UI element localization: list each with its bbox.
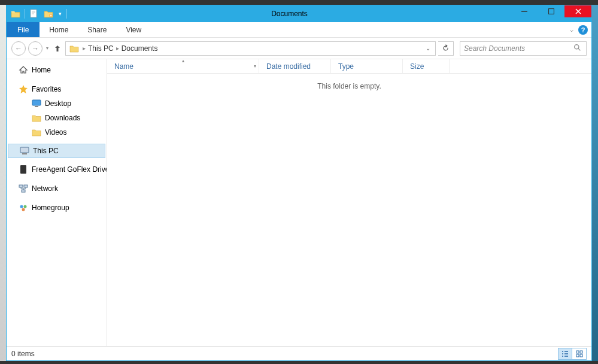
- tab-view[interactable]: View: [116, 22, 151, 37]
- nav-label: FreeAgent GoFlex Drive: [32, 165, 107, 174]
- window-controls: [511, 5, 591, 22]
- svg-rect-18: [580, 351, 582, 353]
- ribbon-tabs: File Home Share View ⌵ ?: [7, 22, 591, 38]
- search-box[interactable]: [460, 41, 587, 56]
- chevron-right-icon[interactable]: ▸: [81, 45, 87, 51]
- thumbnails-view-button[interactable]: [572, 348, 587, 360]
- address-bar[interactable]: ▸ This PC ▸ Documents ⌄: [65, 41, 436, 56]
- nav-label: Videos: [45, 128, 66, 136]
- home-icon: [19, 65, 28, 75]
- column-headers: Name ▴ ▾ Date modified Type Size: [107, 59, 591, 74]
- forward-button[interactable]: →: [28, 41, 43, 56]
- nav-label: Network: [32, 184, 58, 193]
- separator: [25, 9, 25, 19]
- svg-rect-6: [32, 100, 41, 105]
- nav-label: Downloads: [45, 114, 80, 122]
- nav-homegroup[interactable]: Homegroup: [7, 201, 107, 215]
- star-icon: [19, 84, 28, 94]
- svg-point-14: [20, 205, 23, 208]
- folder-icon: [9, 7, 22, 20]
- svg-rect-10: [20, 165, 26, 174]
- nav-videos[interactable]: Videos: [7, 125, 107, 139]
- column-name[interactable]: Name ▴ ▾: [107, 59, 259, 73]
- nav-label: Favorites: [32, 85, 61, 93]
- close-button[interactable]: [564, 5, 591, 17]
- navigation-pane: Home Favorites Desktop Downloads Videos: [7, 59, 107, 346]
- nav-label: Home: [32, 66, 51, 74]
- column-label: Date modified: [266, 62, 311, 71]
- chevron-right-icon[interactable]: ▸: [115, 45, 120, 51]
- navigation-bar: ← → ▾ ▸ This PC ▸ Documents ⌄: [7, 38, 591, 59]
- nav-label: This PC: [33, 147, 59, 155]
- nav-label: Desktop: [45, 99, 71, 108]
- tab-share[interactable]: Share: [78, 22, 116, 37]
- separator: [66, 9, 67, 19]
- empty-folder-message: This folder is empty.: [107, 74, 591, 90]
- svg-rect-3: [548, 9, 554, 14]
- nav-drive[interactable]: FreeAgent GoFlex Drive: [7, 162, 107, 177]
- svg-rect-13: [22, 190, 25, 192]
- titlebar: ▾ Documents: [7, 5, 591, 22]
- minimize-button[interactable]: [511, 5, 538, 17]
- window-title: Documents: [68, 10, 511, 18]
- svg-rect-20: [580, 354, 582, 357]
- new-folder-icon[interactable]: [42, 7, 55, 20]
- nav-favorites[interactable]: Favorites: [7, 82, 107, 96]
- nav-home[interactable]: Home: [7, 63, 107, 77]
- address-dropdown-icon[interactable]: ⌄: [421, 45, 435, 51]
- breadcrumb-root[interactable]: This PC: [87, 44, 115, 53]
- column-dropdown-icon[interactable]: ▾: [251, 63, 259, 69]
- nav-label: Homegroup: [32, 204, 69, 212]
- nav-this-pc[interactable]: This PC: [8, 144, 105, 158]
- folder-icon: [32, 128, 41, 137]
- svg-rect-11: [19, 185, 23, 187]
- tab-file[interactable]: File: [7, 22, 40, 37]
- svg-rect-7: [35, 106, 38, 107]
- explorer-window: ▾ Documents File Home Share View ⌵ ? ← →…: [6, 5, 592, 361]
- svg-rect-12: [24, 185, 28, 187]
- column-label: Size: [410, 62, 424, 71]
- column-type[interactable]: Type: [331, 59, 403, 73]
- svg-point-16: [22, 208, 25, 211]
- nav-downloads[interactable]: Downloads: [7, 111, 107, 125]
- nav-network[interactable]: Network: [7, 181, 107, 196]
- desktop-icon: [32, 99, 41, 108]
- view-toggle: [558, 348, 587, 360]
- details-view-button[interactable]: [558, 348, 572, 360]
- svg-rect-19: [576, 354, 579, 357]
- breadcrumb-current[interactable]: Documents: [120, 44, 159, 53]
- svg-rect-9: [22, 153, 27, 154]
- svg-point-4: [575, 44, 579, 48]
- folder-icon: [32, 113, 41, 123]
- svg-point-15: [24, 205, 27, 208]
- drive-icon: [19, 165, 28, 174]
- content-area: Name ▴ ▾ Date modified Type Size This fo…: [107, 59, 591, 346]
- column-label: Type: [338, 62, 354, 71]
- nav-desktop[interactable]: Desktop: [7, 96, 107, 111]
- column-label: Name: [114, 62, 133, 71]
- item-count: 0 items: [11, 350, 35, 358]
- properties-icon[interactable]: [28, 7, 41, 20]
- search-icon[interactable]: [569, 43, 586, 54]
- svg-line-5: [578, 48, 580, 50]
- svg-rect-8: [20, 147, 29, 153]
- ribbon-expand-icon[interactable]: ⌵: [570, 26, 573, 33]
- folder-icon: [66, 44, 81, 53]
- qat-dropdown-icon[interactable]: ▾: [56, 11, 64, 17]
- column-size[interactable]: Size: [403, 59, 450, 73]
- status-bar: 0 items: [7, 346, 591, 360]
- back-button[interactable]: ←: [11, 41, 26, 56]
- computer-icon: [20, 146, 29, 156]
- search-input[interactable]: [460, 44, 569, 53]
- sort-ascending-icon: ▴: [182, 59, 184, 63]
- svg-rect-17: [576, 351, 579, 353]
- tab-home[interactable]: Home: [40, 22, 78, 37]
- history-dropdown-icon[interactable]: ▾: [45, 46, 50, 51]
- network-icon: [19, 184, 28, 193]
- up-button[interactable]: [52, 42, 63, 55]
- maximize-button[interactable]: [538, 5, 564, 17]
- help-icon[interactable]: ?: [578, 25, 588, 35]
- refresh-button[interactable]: [438, 41, 454, 56]
- svg-rect-0: [31, 10, 37, 17]
- column-date[interactable]: Date modified: [259, 59, 331, 73]
